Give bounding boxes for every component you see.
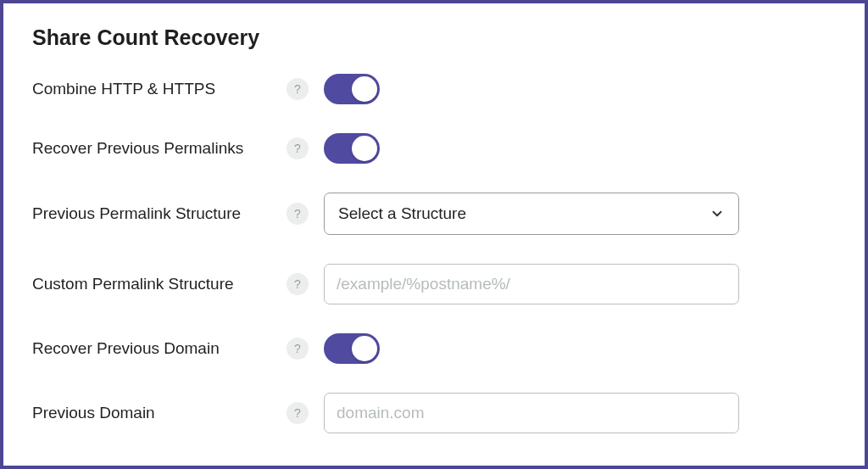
label-combine: Combine HTTP & HTTPS	[32, 80, 287, 98]
row-prev-permalink-structure: Previous Permalink Structure ? Select a …	[32, 193, 836, 235]
row-recover-domain: Recover Previous Domain ?	[32, 333, 836, 364]
label-prev-structure: Previous Permalink Structure	[32, 204, 287, 223]
help-icon[interactable]: ?	[287, 78, 309, 100]
toggle-recover-domain[interactable]	[324, 333, 380, 364]
toggle-knob	[352, 136, 377, 161]
row-recover-permalinks: Recover Previous Permalinks ?	[32, 133, 836, 164]
label-prev-domain: Previous Domain	[32, 404, 287, 422]
select-value: Select a Structure	[338, 204, 466, 223]
row-custom-permalink-structure: Custom Permalink Structure ?	[32, 264, 836, 304]
chevron-down-icon	[709, 206, 725, 221]
label-recover-permalinks: Recover Previous Permalinks	[32, 139, 287, 158]
toggle-knob	[352, 336, 377, 361]
label-recover-domain: Recover Previous Domain	[32, 339, 287, 358]
help-icon[interactable]: ?	[287, 402, 309, 424]
input-custom-permalink-structure[interactable]	[324, 264, 739, 304]
help-icon[interactable]: ?	[287, 137, 309, 159]
row-combine-http-https: Combine HTTP & HTTPS ?	[32, 74, 836, 104]
toggle-recover-permalinks[interactable]	[324, 133, 380, 164]
section-title: Share Count Recovery	[32, 25, 836, 50]
help-icon[interactable]: ?	[287, 203, 309, 225]
settings-panel: Share Count Recovery Combine HTTP & HTTP…	[0, 0, 868, 469]
input-prev-domain[interactable]	[324, 393, 739, 433]
help-icon[interactable]: ?	[287, 338, 309, 360]
toggle-combine-http-https[interactable]	[324, 74, 380, 104]
label-custom-structure: Custom Permalink Structure	[32, 275, 287, 293]
row-prev-domain: Previous Domain ?	[32, 393, 836, 433]
help-icon[interactable]: ?	[287, 273, 309, 295]
toggle-knob	[352, 76, 377, 102]
select-prev-permalink-structure[interactable]: Select a Structure	[324, 193, 739, 235]
